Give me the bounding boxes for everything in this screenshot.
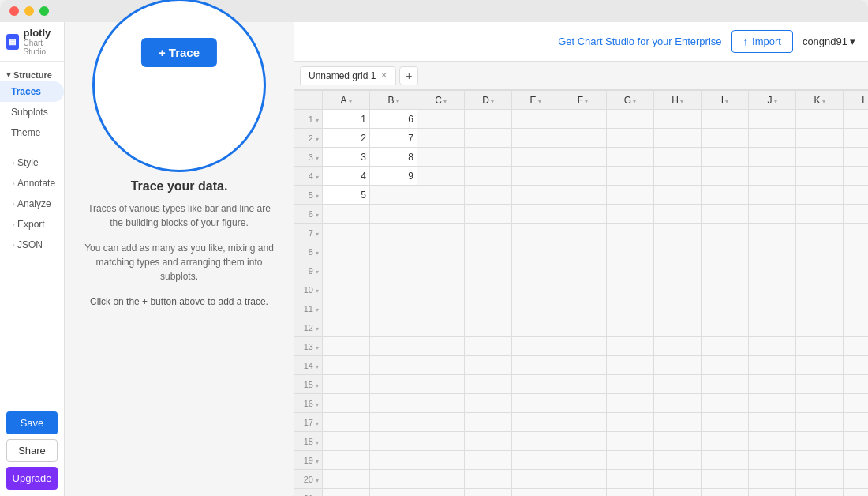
cell-2-C[interactable]	[417, 129, 465, 148]
cell-14-B[interactable]	[370, 356, 417, 375]
cell-2-J[interactable]	[749, 129, 796, 148]
cell-11-H[interactable]	[654, 299, 702, 318]
cell-1-G[interactable]	[607, 110, 654, 129]
cell-6-I[interactable]	[702, 205, 749, 224]
sidebar-item-analyze[interactable]: › Analyze	[0, 194, 64, 214]
cell-13-I[interactable]	[702, 337, 749, 356]
cell-11-D[interactable]	[465, 299, 512, 318]
cell-15-K[interactable]	[796, 375, 844, 394]
col-header-c[interactable]: C▾	[417, 91, 465, 110]
cell-20-C[interactable]	[417, 470, 465, 489]
cell-6-L[interactable]	[844, 205, 869, 224]
cell-16-G[interactable]	[607, 394, 654, 413]
cell-20-L[interactable]	[844, 470, 869, 489]
cell-1-A[interactable]: 1	[323, 110, 370, 129]
cell-7-G[interactable]	[607, 224, 654, 242]
tab-unnamed-grid[interactable]: Unnamed grid 1 ✕	[300, 66, 396, 85]
cell-6-J[interactable]	[749, 205, 796, 224]
cell-4-L[interactable]	[844, 167, 869, 186]
cell-8-K[interactable]	[796, 242, 844, 261]
cell-2-K[interactable]	[796, 129, 844, 148]
col-header-k[interactable]: K▾	[796, 91, 844, 110]
cell-9-G[interactable]	[607, 261, 654, 280]
cell-7-B[interactable]	[370, 224, 417, 242]
cell-20-I[interactable]	[702, 470, 749, 489]
cell-16-E[interactable]	[512, 394, 559, 413]
maximize-button[interactable]	[39, 6, 49, 16]
cell-3-F[interactable]	[559, 148, 607, 167]
cell-19-H[interactable]	[654, 451, 702, 470]
cell-16-C[interactable]	[417, 394, 465, 413]
cell-20-D[interactable]	[465, 470, 512, 489]
cell-10-D[interactable]	[465, 280, 512, 299]
cell-17-L[interactable]	[844, 413, 869, 432]
cell-11-A[interactable]	[323, 299, 370, 318]
cell-9-D[interactable]	[465, 261, 512, 280]
cell-20-A[interactable]	[323, 470, 370, 489]
cell-1-D[interactable]	[465, 110, 512, 129]
cell-11-F[interactable]	[559, 299, 607, 318]
import-button[interactable]: ↑ Import	[731, 30, 793, 53]
cell-11-K[interactable]	[796, 299, 844, 318]
cell-18-I[interactable]	[702, 432, 749, 451]
add-tab-button[interactable]: +	[399, 66, 418, 85]
col-header-d[interactable]: D▾	[465, 91, 512, 110]
cell-3-G[interactable]	[607, 148, 654, 167]
cell-18-L[interactable]	[844, 432, 869, 451]
cell-5-H[interactable]	[654, 186, 702, 205]
cell-13-C[interactable]	[417, 337, 465, 356]
cell-4-K[interactable]	[796, 167, 844, 186]
cell-17-A[interactable]	[323, 413, 370, 432]
cell-10-J[interactable]	[749, 280, 796, 299]
cell-4-D[interactable]	[465, 167, 512, 186]
sidebar-item-traces[interactable]: Traces	[0, 81, 64, 102]
cell-15-B[interactable]	[370, 375, 417, 394]
cell-10-I[interactable]	[702, 280, 749, 299]
cell-9-A[interactable]	[323, 261, 370, 280]
cell-6-G[interactable]	[607, 205, 654, 224]
col-header-f[interactable]: F▾	[559, 91, 607, 110]
cell-8-B[interactable]	[370, 242, 417, 261]
cell-13-A[interactable]	[323, 337, 370, 356]
cell-1-E[interactable]	[512, 110, 559, 129]
cell-19-F[interactable]	[559, 451, 607, 470]
cell-15-I[interactable]	[702, 375, 749, 394]
cell-6-D[interactable]	[465, 205, 512, 224]
sidebar-item-subplots[interactable]: Subplots	[0, 102, 64, 122]
cell-19-A[interactable]	[323, 451, 370, 470]
col-header-b[interactable]: B▾	[370, 91, 417, 110]
cell-11-J[interactable]	[749, 299, 796, 318]
cell-3-H[interactable]	[654, 148, 702, 167]
cell-21-G[interactable]	[607, 489, 654, 497]
cell-4-A[interactable]: 4	[323, 167, 370, 186]
cell-11-B[interactable]	[370, 299, 417, 318]
cell-16-B[interactable]	[370, 394, 417, 413]
cell-21-B[interactable]	[370, 489, 417, 497]
cell-6-F[interactable]	[559, 205, 607, 224]
cell-12-H[interactable]	[654, 318, 702, 337]
cell-14-J[interactable]	[749, 356, 796, 375]
cell-20-J[interactable]	[749, 470, 796, 489]
cell-7-I[interactable]	[702, 224, 749, 242]
cell-17-I[interactable]	[702, 413, 749, 432]
cell-17-D[interactable]	[465, 413, 512, 432]
tab-close-icon[interactable]: ✕	[380, 70, 387, 81]
cell-12-K[interactable]	[796, 318, 844, 337]
cell-7-L[interactable]	[844, 224, 869, 242]
cell-16-H[interactable]	[654, 394, 702, 413]
cell-14-H[interactable]	[654, 356, 702, 375]
cell-8-A[interactable]	[323, 242, 370, 261]
cell-15-E[interactable]	[512, 375, 559, 394]
cell-15-J[interactable]	[749, 375, 796, 394]
cell-19-D[interactable]	[465, 451, 512, 470]
spreadsheet[interactable]: A▾B▾C▾D▾E▾F▾G▾H▾I▾J▾K▾L▾M▾N▾O▾P▾Q▾ 1 ▾16…	[294, 90, 868, 496]
cell-20-K[interactable]	[796, 470, 844, 489]
cell-19-L[interactable]	[844, 451, 869, 470]
cell-7-F[interactable]	[559, 224, 607, 242]
cell-6-E[interactable]	[512, 205, 559, 224]
col-header-g[interactable]: G▾	[607, 91, 654, 110]
cell-7-J[interactable]	[749, 224, 796, 242]
enterprise-link[interactable]: Get Chart Studio for your Enterprise	[558, 36, 721, 47]
cell-9-I[interactable]	[702, 261, 749, 280]
cell-2-G[interactable]	[607, 129, 654, 148]
